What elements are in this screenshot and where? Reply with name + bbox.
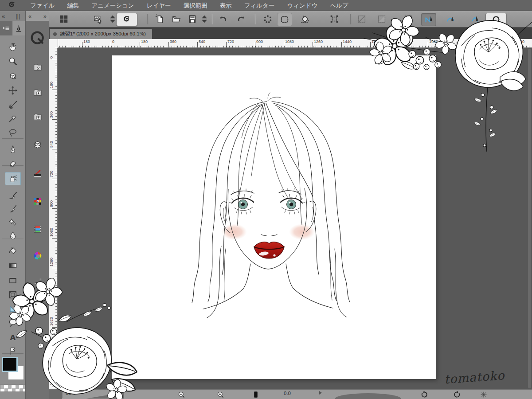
blend-tool[interactable] xyxy=(5,229,21,242)
ruler-tool[interactable] xyxy=(5,302,21,316)
help-button[interactable] xyxy=(485,13,507,26)
menu-item-1[interactable]: 編集 xyxy=(61,0,85,11)
menu-bar: ファイル編集アニメーションレイヤー選択範囲表示フィルターウィンドウヘルプ xyxy=(0,0,532,11)
open-file-button[interactable] xyxy=(169,13,184,25)
workspace-grid-button[interactable] xyxy=(57,13,71,25)
drawing-canvas[interactable] xyxy=(112,55,436,379)
fill-selection-button[interactable] xyxy=(298,13,312,25)
auto-select-tool[interactable] xyxy=(5,98,21,112)
rotation-slider[interactable] xyxy=(335,393,401,399)
select-area-button[interactable] xyxy=(277,13,292,26)
redo-button[interactable] xyxy=(234,13,248,25)
horizontal-ruler: 1800180360540720900108012601440162018001… xyxy=(49,39,532,48)
color-set[interactable] xyxy=(28,193,47,210)
frame-border-tool[interactable] xyxy=(5,288,21,301)
h-ruler-label: 1980 xyxy=(429,39,438,44)
h-ruler-label: 180 xyxy=(141,39,148,44)
status-stub xyxy=(49,390,62,399)
rotate-cw-button[interactable] xyxy=(453,391,461,399)
quick-panel-header[interactable]: «» xyxy=(26,11,49,21)
flip-selection-button xyxy=(375,13,389,25)
tab-tool-list[interactable] xyxy=(0,21,12,35)
pen-tool[interactable] xyxy=(5,143,21,156)
tablet-settings-button[interactable] xyxy=(91,13,105,25)
undo-button[interactable] xyxy=(216,13,230,25)
menu-item-2[interactable]: アニメーション xyxy=(85,0,140,11)
menu-item-6[interactable]: フィルター xyxy=(238,0,281,11)
quick-access[interactable] xyxy=(28,30,47,47)
h-ruler-label: 0 xyxy=(112,39,114,44)
snap-to-ruler-button[interactable] xyxy=(421,13,436,26)
v-ruler-label: 0 xyxy=(49,56,54,59)
h-ruler-label: 180 xyxy=(83,39,90,44)
lasso-select-tool[interactable] xyxy=(5,126,21,139)
material-download-2[interactable] xyxy=(28,109,47,125)
zoom-out-button[interactable] xyxy=(177,391,185,399)
airbrush-tool[interactable] xyxy=(5,172,21,185)
fill-tool[interactable] xyxy=(5,244,21,257)
deselect-button[interactable] xyxy=(261,13,275,25)
open-clip-studio-button[interactable] xyxy=(116,13,137,26)
finish-check[interactable] xyxy=(28,165,47,182)
rotate-ccw-button[interactable] xyxy=(420,391,428,399)
move-layer-tool[interactable] xyxy=(5,84,21,97)
command-bar-separator xyxy=(212,14,212,24)
operate-object-tool[interactable] xyxy=(5,69,21,82)
menu-item-3[interactable]: レイヤー xyxy=(141,0,177,11)
sub-tool[interactable] xyxy=(28,274,47,291)
h-ruler-label: 360 xyxy=(170,39,176,44)
tool-panel-header[interactable]: «||| xyxy=(0,11,25,22)
tab-status-dot xyxy=(53,32,57,36)
material-3d[interactable] xyxy=(28,59,47,76)
reset-view-button[interactable] xyxy=(480,391,488,399)
fude-tool[interactable] xyxy=(5,202,21,215)
snap-to-special-ruler-button[interactable] xyxy=(443,13,458,25)
menu-item-8[interactable]: ヘルプ xyxy=(324,0,354,11)
app-logo-icon[interactable] xyxy=(7,0,18,10)
gradient-tool[interactable] xyxy=(5,259,21,272)
v-ruler-label: 1620 xyxy=(49,317,54,326)
page-flow-tool[interactable] xyxy=(5,344,21,358)
foreground-color-swatch[interactable] xyxy=(2,357,18,372)
menu-item-5[interactable]: 表示 xyxy=(214,0,238,11)
zoom-in-button[interactable] xyxy=(216,391,224,399)
hand-tool[interactable] xyxy=(5,40,21,53)
document-tab[interactable]: 練習1* (2000 x 2000px 350dpi 60.1%) xyxy=(50,29,152,39)
menu-item-4[interactable]: 選択範囲 xyxy=(177,0,214,11)
v-ruler-label: 1800 xyxy=(49,347,54,356)
menu-item-7[interactable]: ウィンドウ xyxy=(281,0,324,11)
tool-panel-tabs xyxy=(0,21,25,35)
portrait-line-drawing xyxy=(112,55,436,379)
vertical-ruler: 0180360540720900108012601440162018001980 xyxy=(49,48,58,389)
zoom-slider[interactable] xyxy=(86,392,124,399)
eraser-tool[interactable] xyxy=(5,157,21,170)
transparent-color-swatch[interactable] xyxy=(0,384,25,392)
command-bar xyxy=(49,11,532,27)
snap-to-grid-button[interactable] xyxy=(468,13,482,25)
new-file-button[interactable] xyxy=(153,13,167,25)
figure-tool[interactable] xyxy=(5,274,21,287)
zoom-tool[interactable] xyxy=(5,55,21,68)
h-ruler-label: 2340 xyxy=(487,39,496,44)
fit-to-screen-button[interactable] xyxy=(252,391,260,399)
text-tool[interactable]: A xyxy=(5,331,21,344)
tab-pen-tools[interactable] xyxy=(12,21,25,35)
command-bar-separator xyxy=(147,14,148,24)
balloon-tool[interactable] xyxy=(5,316,21,329)
v-ruler-label: 360 xyxy=(49,111,54,118)
decoration-tool[interactable] xyxy=(5,215,21,229)
layer-palette[interactable] xyxy=(28,136,47,153)
scale-rotate-selection-button[interactable] xyxy=(327,13,341,25)
menu-item-0[interactable]: ファイル xyxy=(24,0,61,11)
canvas-viewport[interactable]: tomatoko xyxy=(58,48,532,389)
vertical-scrollbar[interactable] xyxy=(528,49,531,388)
document-tab-strip: 練習1* (2000 x 2000px 350dpi 60.1%) xyxy=(49,27,532,39)
ruler-corner xyxy=(49,39,58,48)
eyedropper-tool[interactable] xyxy=(5,112,21,125)
timeline[interactable] xyxy=(28,221,47,238)
status-bar: 60.1 0.0 xyxy=(49,389,532,399)
file-spin-button[interactable] xyxy=(197,13,211,25)
brush-tool[interactable] xyxy=(5,189,21,202)
material-download[interactable] xyxy=(28,84,47,101)
color-wheel[interactable] xyxy=(28,247,47,264)
